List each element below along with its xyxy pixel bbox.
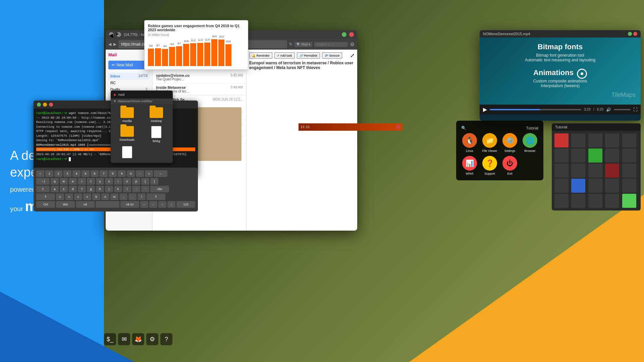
app-settings[interactable]: ⚙️ Settings [501,133,518,153]
key-a[interactable]: a [51,186,59,192]
key-z[interactable]: z [56,193,64,200]
key-k[interactable]: k [114,186,122,192]
volume-icon[interactable]: 🔊 [606,107,611,112]
close-icon[interactable]: ● [113,92,116,97]
fullscreen-icon[interactable]: ⛶ [633,107,637,112]
key-l[interactable]: l [123,186,131,192]
key-y[interactable]: y [96,178,104,185]
key-p[interactable]: p [132,178,140,185]
key-abc[interactable]: Abc [150,186,169,192]
file-item-downloads[interactable]: Downloads [114,126,140,143]
key-w[interactable]: w [60,178,68,185]
key-6[interactable]: 6 [91,170,99,177]
reminder-btn[interactable]: 🔔 Reminder [249,52,272,59]
settings-icon[interactable]: ⚙ [350,41,355,48]
key-v[interactable]: v [83,193,91,200]
volume-track[interactable] [614,109,631,110]
key-shift-r[interactable]: ⇑ [147,193,165,200]
new-mail-button[interactable]: ✏ New Mail ▾ [108,61,150,69]
key-x[interactable]: x [65,193,73,200]
terminal-btn-close[interactable] [49,103,53,107]
key-u[interactable]: u [105,178,113,185]
nav-rc[interactable]: RC [108,79,150,86]
key-4[interactable]: 4 [72,170,80,177]
taskbar-firefox[interactable]: 🦊 [132,333,144,345]
key-m[interactable]: m [110,193,118,200]
key-3[interactable]: 3 [63,170,71,177]
key-altgr[interactable]: Alt Gr [120,201,139,208]
search-input[interactable] [314,42,348,47]
btn-close[interactable] [349,32,354,37]
file-item-fehbg[interactable]: fehbg [144,126,170,143]
taskbar-settings[interactable]: ⚙ [146,333,158,345]
app-file-viewer[interactable]: 📁 File Viewer [481,133,498,153]
video-btn-min[interactable] [628,32,632,36]
key-comma[interactable]: , [119,193,127,200]
key-f[interactable]: f [78,186,86,192]
key-0[interactable]: 0 [127,170,135,177]
key-e[interactable]: e [69,178,77,185]
key-slash[interactable]: / [138,193,146,200]
file-item-desktop[interactable]: Desktop [144,107,170,123]
video-btn-close[interactable] [633,32,637,36]
taskbar-terminal[interactable]: $_ [104,333,116,345]
app-linux[interactable]: 🐧 Linux [461,133,478,153]
file-item-blank[interactable] [114,146,140,160]
key-c[interactable]: c [74,193,82,200]
key-j[interactable]: j [105,186,113,192]
keyboard-widget[interactable]: ~ 1 2 3 4 5 6 7 8 9 0 - = ← →| q w e r t… [34,168,198,212]
app-whirl[interactable]: 📊 Whirl! [461,156,478,175]
refresh-icon[interactable]: ↻ [289,42,292,47]
play-button[interactable]: ▶ [483,106,487,113]
key-5[interactable]: 5 [82,170,90,177]
key-tilde[interactable]: ~ [36,170,44,177]
key-down[interactable]: ↓ [167,201,175,208]
key-win[interactable]: Win [56,201,75,208]
key-lbracket[interactable]: [ [141,178,149,185]
key-alt[interactable]: Alt [76,201,95,208]
key-caps[interactable]: ⇪ [36,186,50,192]
add-task-btn[interactable]: ✓ Add task [274,52,295,59]
key-b[interactable]: b [92,193,100,200]
terminal-btn-max[interactable] [43,103,47,107]
key-quote[interactable]: ' [141,186,149,192]
expand-icon[interactable]: ⤢ [350,52,355,59]
key-up[interactable]: ↑ [158,201,166,208]
key-tab[interactable]: →| [36,178,50,185]
nav-forward-icon[interactable]: ▶ [113,42,116,47]
key-period[interactable]: . [128,193,137,200]
key-space[interactable] [96,201,119,208]
key-i[interactable]: i [114,178,122,185]
key-1[interactable]: 1 [45,170,53,177]
permalink-btn[interactable]: 🔗 Permalink [297,52,320,59]
key-backspace[interactable]: ← [154,170,167,177]
nav-inbox[interactable]: Inbox 14770 [108,73,150,79]
key-rbracket[interactable]: ] [150,178,158,185]
mail-item-1[interactable]: updates@visme.co 5:45 AM The Quiet Proje… [153,71,246,83]
snooze-btn[interactable]: 💤 Snooze [322,52,342,59]
key-2[interactable]: 2 [54,170,62,177]
key-7[interactable]: 7 [100,170,108,177]
key-d[interactable]: d [69,186,77,192]
key-9[interactable]: 9 [118,170,126,177]
key-equals[interactable]: = [145,170,153,177]
key-g[interactable]: g [87,186,95,192]
key-s[interactable]: s [60,186,68,192]
taskbar-mail[interactable]: ✉ [118,333,130,345]
key-h[interactable]: h [96,186,104,192]
btn-back-icon[interactable]: ◀ [109,32,114,37]
key-ctrl[interactable]: Ctrl [36,201,55,208]
key-123[interactable]: 123 [176,201,195,208]
key-left[interactable]: ← [140,201,148,208]
taskbar-help[interactable]: ? [160,333,172,345]
key-8[interactable]: 8 [109,170,117,177]
key-r[interactable]: r [78,178,86,185]
mail-search-btn[interactable]: 🔍 Mail ▾ [294,42,312,47]
btn-forward-icon[interactable]: ▶ [116,32,121,37]
key-minus[interactable]: - [136,170,144,177]
search-icon[interactable]: 🔍 [461,126,466,130]
key-n[interactable]: n [101,193,109,200]
key-semicolon[interactable]: ; [132,186,140,192]
key-q[interactable]: q [51,178,59,185]
btn-minimize[interactable] [342,32,346,37]
